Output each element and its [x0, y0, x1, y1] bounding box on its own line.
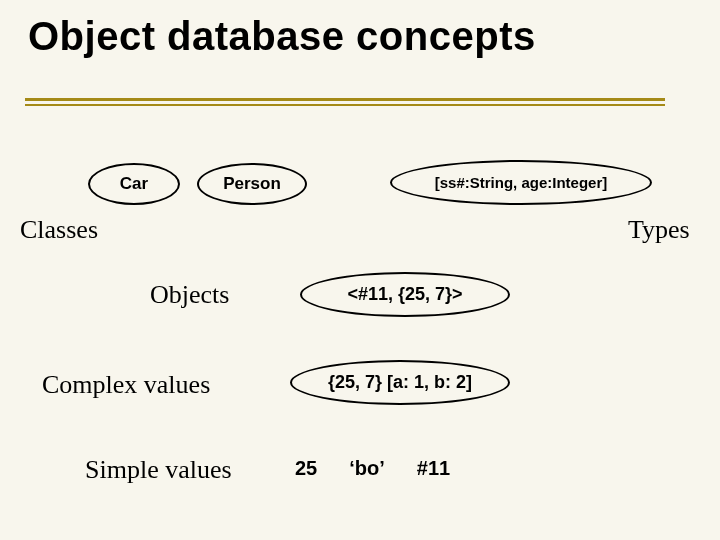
slide: Object database concepts Car Person [ss#…	[0, 0, 720, 540]
objects-label: Objects	[150, 280, 229, 310]
type-schema-ellipse: [ss#:String, age:Integer]	[390, 160, 652, 205]
simple-values-label: Simple values	[85, 455, 232, 485]
simple-value-2: ‘bo’	[349, 457, 385, 480]
type-schema-text: [ss#:String, age:Integer]	[435, 174, 608, 191]
title-underline-thin	[25, 104, 665, 106]
simple-value-1: 25	[295, 457, 317, 480]
simple-values-row: 25 ‘bo’ #11	[295, 457, 450, 480]
page-title: Object database concepts	[28, 14, 536, 59]
class-person-ellipse: Person	[197, 163, 307, 205]
simple-value-3: #11	[417, 457, 450, 480]
object-example-text: <#11, {25, 7}>	[347, 284, 462, 305]
complex-values-example-ellipse: {25, 7} [a: 1, b: 2]	[290, 360, 510, 405]
class-person-label: Person	[223, 174, 281, 194]
title-underline	[25, 98, 665, 101]
class-car-ellipse: Car	[88, 163, 180, 205]
object-example-ellipse: <#11, {25, 7}>	[300, 272, 510, 317]
types-label: Types	[628, 215, 690, 245]
complex-values-example-text: {25, 7} [a: 1, b: 2]	[328, 372, 472, 393]
complex-values-label: Complex values	[42, 370, 210, 400]
class-car-label: Car	[120, 174, 148, 194]
classes-label: Classes	[20, 215, 98, 245]
